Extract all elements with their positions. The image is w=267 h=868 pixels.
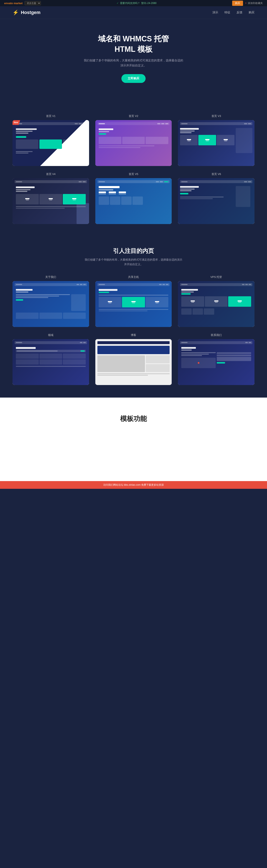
contact-info1 — [181, 352, 216, 353]
v2-grid-item3 — [145, 137, 168, 144]
vps-price-lab1 — [191, 302, 194, 303]
domain-tld1 — [16, 353, 39, 359]
vps-nav1 — [242, 284, 244, 285]
about-btn — [16, 299, 23, 301]
nav-buy[interactable]: 购买 — [248, 11, 255, 14]
v4-price-lab1 — [26, 199, 29, 200]
v5-divider2 — [117, 191, 118, 194]
shared-label: 共享主机 — [95, 275, 172, 279]
buy-button[interactable]: 购买 — [232, 1, 243, 6]
v1-hero-text — [16, 128, 87, 134]
shared-card[interactable] — [95, 281, 172, 327]
contact-label: 联系我们 — [178, 333, 255, 337]
nav-feedback[interactable]: 反馈 — [237, 11, 242, 14]
vps-feat2 — [193, 308, 203, 315]
hero-cta[interactable]: 立即购买 — [122, 74, 145, 83]
v2-sub — [99, 131, 109, 132]
nav-demo[interactable]: 演示 — [212, 11, 218, 14]
check-icon: ✓ — [116, 2, 119, 5]
shared-btn — [99, 292, 109, 293]
shared-sub-title — [99, 294, 169, 296]
v5-feat1 — [99, 196, 109, 205]
homepage-v2-card[interactable] — [95, 120, 172, 166]
v3-price2 — [198, 135, 216, 145]
v5-mockup — [95, 178, 172, 224]
homepage-v3-container: 首页 V3 — [178, 114, 255, 166]
vps-nav3 — [248, 284, 251, 285]
v1-card2 — [39, 140, 62, 149]
blog-card[interactable] — [95, 339, 172, 385]
contact-map — [181, 358, 216, 368]
v6-sub1 — [180, 189, 195, 190]
domain-search-btn — [80, 350, 85, 352]
homepage-v5-card[interactable] — [95, 178, 172, 224]
theme-select[interactable]: 若步主题 — [25, 1, 41, 5]
blog-article3 — [146, 364, 170, 372]
v1-mock-row1 — [16, 151, 86, 152]
v1-bar1 — [16, 151, 33, 152]
vps-price2 — [205, 296, 228, 307]
v5-features — [99, 196, 169, 205]
v6-sub2 — [180, 190, 192, 191]
contact-cols — [181, 352, 251, 368]
v6-mockup — [178, 178, 255, 224]
about-badge1 — [16, 313, 39, 319]
v2-mockup — [95, 120, 172, 166]
v6-nav2 — [248, 181, 251, 182]
shared-container: 共享主机 — [95, 275, 172, 327]
blog-footer-bar2 — [97, 375, 148, 376]
homepage-v3-card[interactable] — [178, 120, 255, 166]
domain-tld-grid — [16, 353, 86, 365]
v5-sub — [99, 189, 113, 190]
homepage-v6-card[interactable] — [178, 178, 255, 224]
about-logo — [16, 284, 22, 285]
v2-grid-item2 — [122, 137, 145, 144]
v6-layout — [180, 185, 253, 207]
homepage-grid: 首页 V1 New — [12, 114, 255, 224]
v2-title — [99, 128, 113, 130]
v2-nav-item3 — [165, 123, 168, 124]
shared-pricing — [99, 297, 169, 307]
hero-section: 域名和 WHMCS 托管 HTML 模板 我们创建了多个华丽的布局，大量精美的样… — [0, 19, 267, 95]
contact-nav2 — [248, 342, 251, 343]
shared-price1 — [99, 297, 122, 307]
bottom-bar[interactable]: 访问我们网站论坛 bbs.xinlao.com 免费下载更多站资源 — [0, 481, 267, 489]
nav-features[interactable]: 特征 — [225, 11, 230, 14]
v2-nav — [97, 122, 170, 125]
domain-tld3 — [63, 353, 86, 359]
wishlist-text: 添加到收藏夹 — [248, 1, 263, 5]
vps-feat3 — [204, 308, 214, 315]
v1-btn — [16, 136, 26, 138]
v5-feat2 — [110, 196, 120, 205]
v6-title — [180, 186, 199, 188]
about-card[interactable] — [12, 281, 89, 327]
contact-info3 — [181, 355, 202, 356]
homepage-v1-card[interactable]: New — [12, 120, 89, 166]
v1-nav — [14, 122, 87, 125]
domain-content — [14, 346, 87, 368]
v5-content — [97, 185, 170, 206]
shared-nav2 — [163, 284, 165, 285]
about-badges — [16, 313, 86, 319]
about-badge2 — [39, 313, 62, 319]
homepage-v4-card[interactable] — [12, 178, 89, 224]
vps-logo — [181, 284, 188, 285]
vps-card[interactable] — [178, 281, 255, 327]
blog-mockup — [95, 339, 172, 385]
topbar-left: envato market 若步主题 — [4, 1, 41, 5]
v3-price-lab2 — [206, 141, 209, 141]
v4-price-num1 — [25, 198, 29, 199]
v3-price-num3 — [224, 139, 228, 140]
wishlist-button[interactable]: × 添加到收藏夹 — [245, 1, 263, 5]
homepage-v1-container: 首页 V1 New — [12, 114, 89, 166]
inner-pages-description: 我们创建了多个华丽的布局，大量精美的样式可满足您的需求，选择最合适的演示并开始自… — [84, 257, 183, 267]
support-text: 需要代码支持吗？ — [120, 1, 140, 5]
contact-card[interactable] — [178, 339, 255, 385]
features-title: 模板功能 — [12, 414, 255, 424]
vps-price3 — [228, 296, 251, 307]
topbar-nav[interactable]: 若步主题 — [25, 1, 41, 5]
v1-card3 — [63, 140, 86, 149]
vps-price-lab2 — [215, 302, 218, 303]
domain-card[interactable] — [12, 339, 89, 385]
blog-side-articles — [146, 355, 170, 372]
